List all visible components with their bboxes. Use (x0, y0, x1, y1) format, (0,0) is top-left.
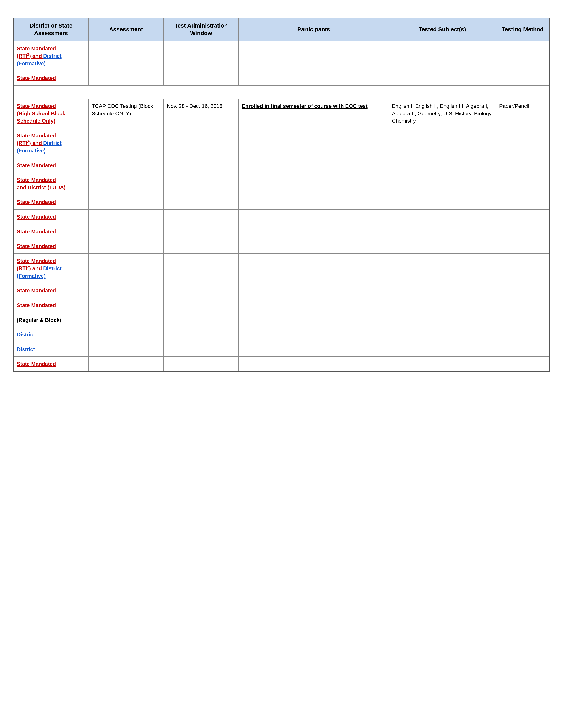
subjects-text: English I, English II, English III, Alge… (392, 103, 493, 124)
participants-cell (239, 253, 389, 283)
header-subjects: Tested Subject(s) (389, 18, 496, 41)
subjects-cell (389, 342, 496, 357)
window-cell (164, 173, 239, 195)
district-link-15[interactable]: District (17, 332, 35, 338)
assessment-cell-block: TCAP EOC Testing (Block Schedule ONLY) (88, 99, 164, 128)
state-mandated-link-2[interactable]: State Mandated (17, 75, 56, 81)
district-cell: State Mandated (RTI2) and District (Form… (13, 41, 88, 71)
method-cell (496, 209, 550, 224)
window-cell (164, 253, 239, 283)
assessment-cell (88, 158, 164, 173)
assessment-cell (88, 327, 164, 342)
participants-cell (239, 158, 389, 173)
subjects-cell (389, 253, 496, 283)
header-window: Test Administration Window (164, 18, 239, 41)
state-mandated-link-5[interactable]: State Mandated (17, 162, 56, 168)
method-cell (496, 298, 550, 313)
formative-link[interactable]: (Formative) (17, 60, 46, 66)
table-row: State Mandated (13, 158, 550, 173)
formative-link-11[interactable]: (Formative) (17, 273, 46, 279)
state-mandated-link[interactable]: State Mandated (17, 45, 56, 51)
district-link-4[interactable]: District (43, 140, 62, 146)
district-cell: District (13, 342, 88, 357)
state-mandated-tuda-link[interactable]: State Mandatedand District (TUDA) (17, 177, 66, 190)
method-cell (496, 327, 550, 342)
state-mandated-link-17[interactable]: State Mandated (17, 361, 56, 367)
window-cell (164, 327, 239, 342)
state-mandated-block-link[interactable]: State Mandated(High School BlockSchedule… (17, 103, 65, 124)
state-mandated-link-7[interactable]: State Mandated (17, 199, 56, 205)
participants-cell (239, 313, 389, 327)
table-row: State Mandated (RTI2) and District (Form… (13, 41, 550, 71)
window-cell (164, 357, 239, 372)
district-formative-link[interactable]: District (43, 53, 62, 59)
participants-cell (239, 224, 389, 239)
district-cell: State Mandated (13, 298, 88, 313)
window-cell (164, 71, 239, 86)
participants-cell (239, 71, 389, 86)
table-row: State Mandated(RTI2) and District (Forma… (13, 253, 550, 283)
assessment-cell (88, 128, 164, 158)
spacer-cell (13, 85, 550, 99)
subjects-cell (389, 195, 496, 210)
regular-block-text: (Regular & Block) (17, 317, 61, 323)
table-row: State Mandated (13, 195, 550, 210)
subjects-cell (389, 158, 496, 173)
assessment-cell (88, 224, 164, 239)
participants-cell (239, 239, 389, 254)
subjects-cell (389, 357, 496, 372)
subjects-cell (389, 313, 496, 327)
method-text: Paper/Pencil (499, 103, 529, 109)
subjects-cell (389, 71, 496, 86)
participants-cell (239, 41, 389, 71)
method-cell (496, 224, 550, 239)
participants-cell (239, 173, 389, 195)
subjects-cell (389, 283, 496, 298)
state-mandated-link-12[interactable]: State Mandated (17, 287, 56, 293)
table-row: State Mandatedand District (TUDA) (13, 173, 550, 195)
state-mandated-link-8[interactable]: State Mandated (17, 214, 56, 220)
assessment-cell (88, 41, 164, 71)
district-cell: State Mandated(RTI2) and District (Forma… (13, 128, 88, 158)
header-district: District or State Assessment (13, 18, 88, 41)
method-cell (496, 41, 550, 71)
district-link-11[interactable]: District (43, 265, 62, 271)
district-cell: State Mandated (13, 224, 88, 239)
district-cell: State Mandatedand District (TUDA) (13, 173, 88, 195)
formative-link-4[interactable]: (Formative) (17, 148, 46, 154)
participants-cell-block: Enrolled in final semester of course wit… (239, 99, 389, 128)
state-mandated-link-13[interactable]: State Mandated (17, 302, 56, 308)
state-mandated-link-9[interactable]: State Mandated (17, 229, 56, 235)
district-link-16[interactable]: District (17, 346, 35, 352)
method-cell (496, 357, 550, 372)
participants-text: Enrolled in final semester of course wit… (242, 103, 368, 109)
method-cell (496, 342, 550, 357)
table-row: State Mandated (13, 239, 550, 254)
window-cell (164, 224, 239, 239)
state-mandated-link-10[interactable]: State Mandated (17, 243, 56, 249)
table-row: State Mandated (13, 209, 550, 224)
window-cell (164, 283, 239, 298)
district-cell: (Regular & Block) (13, 313, 88, 327)
main-assessment-table: District or State Assessment Assessment … (13, 18, 550, 372)
window-cell (164, 298, 239, 313)
assessment-cell (88, 313, 164, 327)
table-row: District (13, 327, 550, 342)
assessment-text: TCAP EOC Testing (Block Schedule ONLY) (92, 103, 153, 116)
district-cell: State Mandated (13, 195, 88, 210)
district-cell: State Mandated (13, 283, 88, 298)
table-row: (Regular & Block) (13, 313, 550, 327)
method-cell (496, 283, 550, 298)
subjects-cell (389, 173, 496, 195)
rti-link[interactable]: (RTI2) and (17, 53, 43, 59)
method-cell (496, 253, 550, 283)
participants-cell (239, 357, 389, 372)
table-row: State Mandated (13, 224, 550, 239)
assessment-cell (88, 209, 164, 224)
method-cell (496, 158, 550, 173)
participants-cell (239, 128, 389, 158)
district-cell-block: State Mandated(High School BlockSchedule… (13, 99, 88, 128)
district-cell: State Mandated (13, 209, 88, 224)
subjects-cell (389, 239, 496, 254)
district-cell: District (13, 327, 88, 342)
